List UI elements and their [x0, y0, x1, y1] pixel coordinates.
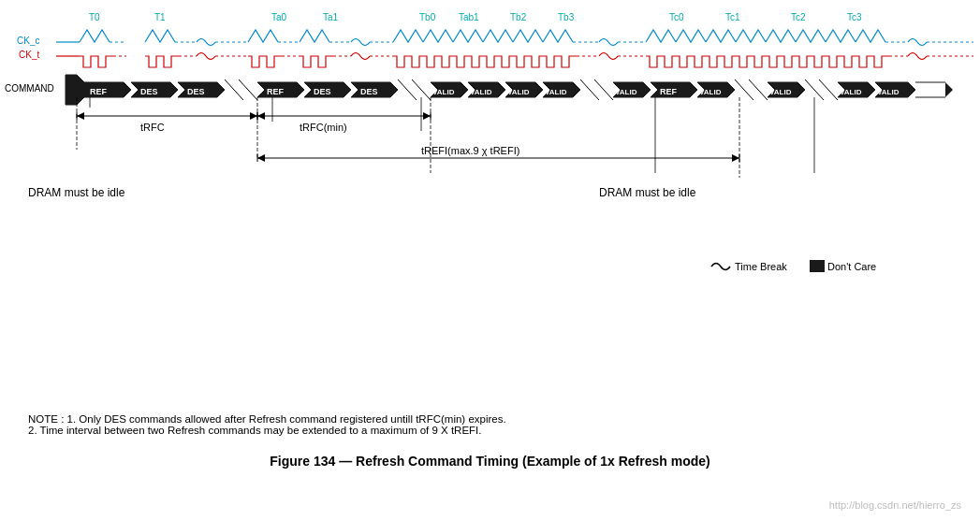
figure-caption: Figure 134 — Refresh Command Timing (Exa… [0, 454, 980, 469]
svg-text:REF: REF [660, 87, 678, 96]
svg-text:VALID: VALID [769, 88, 792, 96]
svg-text:Tc0: Tc0 [669, 12, 684, 22]
svg-text:REF: REF [267, 87, 285, 96]
svg-text:Tb3: Tb3 [558, 12, 575, 22]
svg-text:CK_c: CK_c [17, 36, 39, 46]
svg-text:VALID: VALID [877, 88, 900, 96]
svg-text:COMMAND: COMMAND [5, 83, 54, 94]
svg-text:CK_t: CK_t [19, 50, 39, 60]
svg-text:VALID: VALID [699, 88, 722, 96]
svg-text:Tab1: Tab1 [459, 12, 479, 22]
svg-text:DRAM must be idle: DRAM must be idle [28, 186, 125, 199]
svg-text:VALID: VALID [615, 88, 637, 96]
svg-rect-0 [0, 0, 980, 520]
svg-text:VALID: VALID [470, 88, 492, 96]
svg-text:Tc1: Tc1 [725, 12, 740, 22]
svg-text:tRFC: tRFC [140, 122, 165, 133]
svg-text:T0: T0 [89, 12, 100, 22]
svg-text:Don't Care: Don't Care [827, 261, 876, 272]
timing-diagram-svg: T0 T1 Ta0 Ta1 Tb0 Tab1 Tb2 Tb3 Tc0 Tc1 T… [0, 0, 980, 520]
svg-text:DES: DES [187, 87, 205, 96]
note-section: NOTE : 1. Only DES commands allowed afte… [28, 413, 506, 436]
svg-text:Tc2: Tc2 [791, 12, 806, 22]
svg-marker-38 [66, 75, 84, 105]
svg-text:Tc3: Tc3 [847, 12, 862, 22]
svg-text:Tb0: Tb0 [419, 12, 436, 22]
svg-text:T1: T1 [154, 12, 166, 22]
diagram-container: T0 T1 Ta0 Ta1 Tb0 Tab1 Tb2 Tb3 Tc0 Tc1 T… [0, 0, 980, 520]
svg-text:Ta1: Ta1 [323, 12, 339, 22]
svg-text:VALID: VALID [507, 88, 530, 96]
svg-text:tREFI(max.9 χ tREFI): tREFI(max.9 χ tREFI) [421, 145, 519, 156]
svg-text:VALID: VALID [432, 88, 455, 96]
svg-text:Ta0: Ta0 [271, 12, 287, 22]
svg-text:DES: DES [314, 87, 331, 96]
note-line2: 2. Time interval between two Refresh com… [28, 425, 506, 436]
svg-text:tRFC(min): tRFC(min) [300, 122, 347, 133]
svg-text:DES: DES [140, 87, 158, 96]
svg-text:REF: REF [90, 87, 108, 96]
watermark: http://blog.csdn.net/hierro_zs [829, 499, 961, 511]
svg-text:VALID: VALID [545, 88, 567, 96]
svg-text:DRAM must be idle: DRAM must be idle [599, 186, 696, 199]
note-line1: NOTE : 1. Only DES commands allowed afte… [28, 413, 506, 425]
svg-text:VALID: VALID [840, 88, 862, 96]
svg-rect-110 [810, 260, 825, 272]
svg-text:Time Break: Time Break [735, 261, 787, 272]
svg-text:DES: DES [360, 87, 378, 96]
svg-text:Tb2: Tb2 [510, 12, 527, 22]
